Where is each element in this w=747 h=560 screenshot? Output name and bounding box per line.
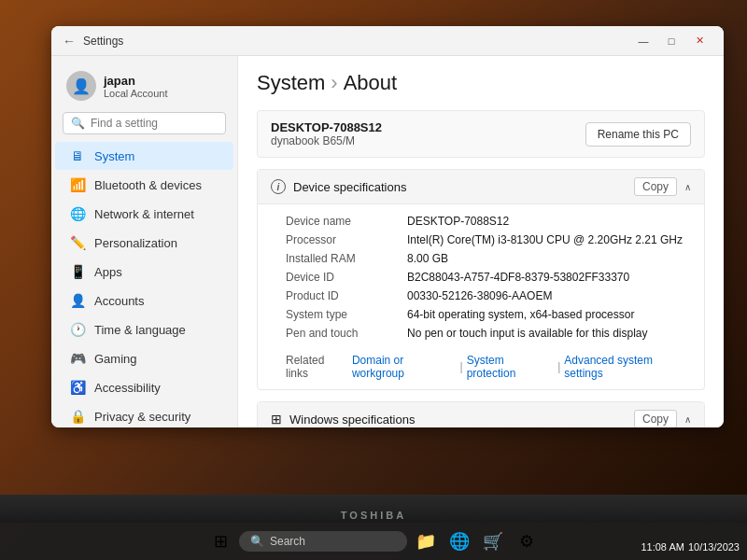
sidebar-item-accounts-label: Accounts [94,294,144,308]
device-specs-title: i Device specifications [271,179,406,194]
table-row: Pen and touch No pen or touch input is a… [286,324,691,343]
spec-value-device-name: DESKTOP-7088S12 [407,215,691,228]
device-name-block: DESKTOP-7088S12 dynabook B65/M [271,120,382,147]
main-content: System › About DESKTOP-7088S12 dynabook … [238,56,724,427]
sidebar-item-gaming-label: Gaming [94,352,137,366]
page-parent: System [257,71,325,95]
table-row: Installed RAM 8.00 GB [286,249,691,268]
sidebar-item-personalization[interactable]: ✏️ Personalization [55,229,233,257]
time-icon: 🕐 [70,322,85,337]
taskbar: ⊞ 🔍 Search 📁 🌐 🛒 ⚙ 11:08 AM 10/13/2023 [0,523,747,560]
system-tray: 11:08 AM 10/13/2023 [641,541,740,553]
sidebar-item-privacy[interactable]: 🔒 Privacy & security [55,402,233,427]
spec-value-processor: Intel(R) Core(TM) i3-8130U CPU @ 2.20GHz… [407,233,691,246]
device-specs-actions: Copy ∧ [634,177,691,196]
table-row: Product ID 00330-52126-38096-AAOEM [286,287,691,305]
copy-device-specs-button[interactable]: Copy [634,177,677,196]
maximize-button[interactable]: □ [658,28,684,54]
sidebar-item-gaming[interactable]: 🎮 Gaming [55,344,233,372]
sidebar-item-privacy-label: Privacy & security [94,410,190,424]
system-icon: 🖥 [70,148,85,163]
link-separator-1: | [460,360,463,373]
table-row: Processor Intel(R) Core(TM) i3-8130U CPU… [286,231,691,249]
spec-label-system-type: System type [286,308,407,321]
sidebar-item-system-label: System [94,149,134,163]
taskbar-search-label: Search [270,535,305,548]
title-bar-left: ← Settings [63,34,123,49]
search-input[interactable] [91,117,218,130]
breadcrumb-separator: › [331,71,337,95]
taskbar-edge-icon[interactable]: 🌐 [444,526,474,556]
spec-label-product-id: Product ID [286,289,407,302]
taskbar-explorer-icon[interactable]: 📁 [411,526,441,556]
search-box[interactable]: 🔍 [63,112,226,134]
collapse-windows-specs-button[interactable]: ∧ [684,414,691,425]
sidebar-item-accounts[interactable]: 👤 Accounts [55,287,233,315]
device-specs-table: Device name DESKTOP-7088S12 Processor In… [258,204,704,346]
table-row: System type 64-bit operating system, x64… [286,305,691,324]
sidebar-item-network[interactable]: 🌐 Network & internet [55,200,233,228]
spec-label-device-name: Device name [286,215,407,228]
copy-windows-specs-button[interactable]: Copy [634,410,677,427]
sidebar: 👤 japan Local Account 🔍 🖥 System 📶 Bluet… [51,56,238,427]
windows-specs-header: ⊞ Windows specifications Copy ∧ [258,402,704,427]
spec-value-system-type: 64-bit operating system, x64-based proce… [407,308,691,321]
advanced-system-settings-link[interactable]: Advanced system settings [564,354,691,380]
spec-label-processor: Processor [286,233,407,246]
user-name: japan [104,74,168,88]
window-controls: — □ ✕ [630,28,712,54]
accessibility-icon: ♿ [70,380,85,395]
user-section: 👤 japan Local Account [51,63,237,112]
gaming-icon: 🎮 [70,351,85,366]
title-bar: ← Settings — □ ✕ [51,26,724,56]
sidebar-item-accessibility[interactable]: ♿ Accessibility [55,373,233,401]
related-links-label: Related links [286,354,348,380]
device-specs-header: i Device specifications Copy ∧ [258,170,704,204]
spec-value-device-id: B2C88043-A757-4DF8-8379-53802FF33370 [407,271,691,284]
sidebar-item-apps-label: Apps [94,265,122,279]
page-header: System › About [257,71,705,95]
spec-label-pen-touch: Pen and touch [286,327,407,340]
apps-icon: 📱 [70,264,85,279]
windows-start-button[interactable]: ⊞ [205,526,235,556]
sidebar-item-bluetooth-label: Bluetooth & devices [94,178,202,192]
taskbar-search-box[interactable]: 🔍 Search [239,531,407,552]
system-protection-link[interactable]: System protection [467,354,555,380]
search-icon: 🔍 [71,117,85,130]
settings-window: ← Settings — □ ✕ 👤 japan Local Account 🔍 [51,26,724,427]
sidebar-item-bluetooth[interactable]: 📶 Bluetooth & devices [55,171,233,199]
close-button[interactable]: ✕ [686,28,712,54]
page-title: About [344,71,398,95]
domain-workgroup-link[interactable]: Domain or workgroup [352,354,457,380]
sidebar-item-system[interactable]: 🖥 System [55,142,233,170]
windows-specs-actions: Copy ∧ [634,410,691,427]
rename-pc-button[interactable]: Rename this PC [585,122,691,147]
sidebar-item-apps[interactable]: 📱 Apps [55,258,233,286]
table-row: Device ID B2C88043-A757-4DF8-8379-53802F… [286,268,691,287]
tray-date: 10/13/2023 [688,541,740,553]
related-links: Related links Domain or workgroup | Syst… [258,346,704,389]
windows-logo-icon: ⊞ [271,412,282,427]
user-info: japan Local Account [104,74,168,99]
sidebar-item-accessibility-label: Accessibility [94,381,161,395]
taskbar-settings-icon[interactable]: ⚙ [512,526,542,556]
sidebar-item-time[interactable]: 🕐 Time & language [55,315,233,343]
user-account-type: Local Account [104,88,168,99]
device-specs-title-text: Device specifications [293,180,406,194]
minimize-button[interactable]: — [630,28,656,54]
back-icon[interactable]: ← [63,34,76,49]
collapse-device-specs-button[interactable]: ∧ [684,182,691,192]
content-area: 👤 japan Local Account 🔍 🖥 System 📶 Bluet… [51,56,724,427]
spec-value-ram: 8.00 GB [407,252,691,265]
windows-specs-section: ⊞ Windows specifications Copy ∧ Edition … [257,401,705,427]
spec-label-device-id: Device ID [286,271,407,284]
windows-specs-title-text: Windows specifications [289,413,415,427]
privacy-icon: 🔒 [70,409,85,424]
personalization-icon: ✏️ [70,235,85,250]
taskbar-search-icon: 🔍 [250,535,264,548]
device-info-header: DESKTOP-7088S12 dynabook B65/M Rename th… [257,110,705,158]
tray-time: 11:08 AM [641,541,684,553]
avatar: 👤 [66,71,96,101]
accounts-icon: 👤 [70,293,85,308]
taskbar-store-icon[interactable]: 🛒 [478,526,508,556]
